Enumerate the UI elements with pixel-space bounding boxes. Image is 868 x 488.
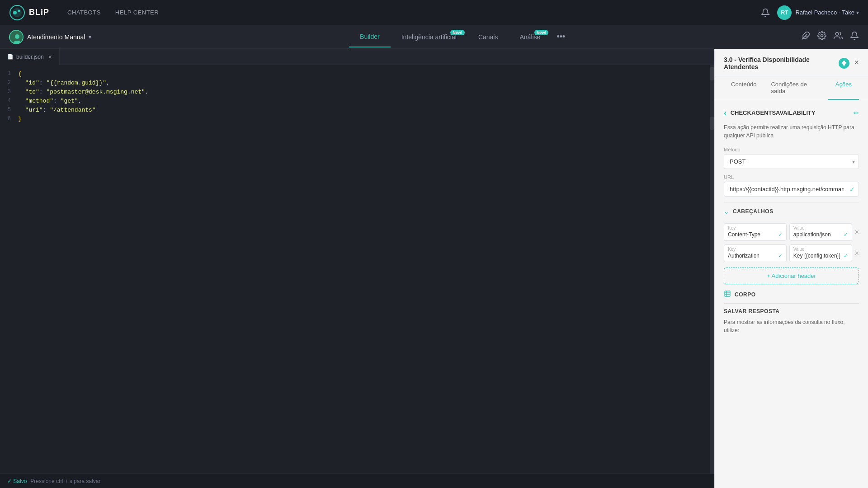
- edit-action-btn[interactable]: ✏: [854, 109, 859, 117]
- tab-analise[interactable]: Análise New!: [509, 27, 551, 47]
- content-area: 📄 builder.json × 1 { 2 "id": "{{random.g…: [0, 49, 868, 488]
- scroll-thumb: [710, 67, 714, 80]
- panel-close-btn[interactable]: ×: [854, 58, 859, 69]
- header-1-val-check: ✓: [844, 231, 848, 238]
- header-2-val-value: Key {{config.token}} ✓: [790, 252, 852, 262]
- settings-icon[interactable]: [817, 31, 826, 42]
- header-2-key-field[interactable]: Key Authorization ✓: [724, 244, 787, 262]
- headers-table: Key Content-Type ✓ Value application/jso…: [724, 223, 859, 262]
- panel-title-icons: ×: [839, 58, 859, 69]
- url-field-group: URL ✓: [724, 174, 859, 197]
- header-1-remove-btn[interactable]: ×: [855, 228, 859, 236]
- headers-chevron: ⌄: [724, 208, 729, 215]
- right-panel-header: 3.0 - Verifica Disponibilidade Atendente…: [715, 49, 868, 76]
- code-line-1: 1 {: [0, 70, 714, 80]
- action-name: CHECKAGENTSAVAILABILITY: [731, 109, 850, 116]
- tab-filename: builder.json: [16, 54, 44, 60]
- saved-indicator: ✓ Salvo: [7, 478, 27, 484]
- header-row-1: Key Content-Type ✓ Value application/jso…: [724, 223, 859, 241]
- body-icon: [724, 290, 731, 299]
- body-section: CORPO: [724, 284, 859, 303]
- action-header: ‹ CHECKAGENTSAVAILABILITY ✏: [724, 108, 859, 118]
- header-2-key-check: ✓: [778, 253, 783, 259]
- ai-new-badge: New!: [450, 30, 465, 35]
- users-icon[interactable]: [834, 31, 843, 42]
- header-2-val-label: Value: [790, 245, 852, 252]
- scroll-track[interactable]: [710, 65, 714, 474]
- logo-area[interactable]: BLiP: [9, 5, 49, 21]
- tab-conteudo[interactable]: Conteúdo: [724, 76, 764, 100]
- back-arrow-btn[interactable]: ‹: [724, 108, 727, 118]
- scroll-thumb-2: [710, 117, 714, 130]
- header-1-val-value: application/json ✓: [790, 230, 852, 240]
- chatbot-chevron: ▾: [89, 34, 91, 40]
- notification-icon[interactable]: [850, 31, 859, 42]
- file-icon: 📄: [7, 54, 14, 60]
- chatbot-selector[interactable]: Atendimento Manual ▾: [9, 30, 91, 44]
- header-1-key-check: ✓: [778, 231, 783, 238]
- url-input-wrap[interactable]: ✓: [724, 182, 859, 197]
- save-response-desc: Para mostrar as informações da consulta …: [724, 318, 859, 334]
- main-tabs: Builder Inteligência artificial New! Can…: [118, 26, 801, 48]
- header-2-key-value: Authorization ✓: [724, 252, 786, 262]
- headers-section-title: CABEÇALHOS: [733, 208, 774, 215]
- notifications-bell[interactable]: [761, 8, 770, 17]
- action-description: Essa ação permite realizar uma requisiçã…: [724, 123, 859, 140]
- analise-new-badge: New!: [534, 30, 549, 35]
- header-2-val-check: ✓: [844, 253, 848, 259]
- editor-tab-builder-json[interactable]: 📄 builder.json ×: [0, 49, 60, 65]
- header-2-remove-btn[interactable]: ×: [855, 249, 859, 258]
- code-line-2: 2 "id": "{{random.guid}}",: [0, 80, 714, 89]
- code-line-6: 6 }: [0, 116, 714, 125]
- svg-rect-11: [725, 291, 730, 296]
- header-1-key-value: Content-Type ✓: [724, 230, 786, 240]
- tab-condicoes[interactable]: Condições de saída: [764, 76, 828, 100]
- panel-title: 3.0 - Verifica Disponibilidade Atendente…: [724, 56, 839, 70]
- panel-pin-btn[interactable]: [839, 58, 849, 69]
- user-chevron: ▾: [856, 9, 859, 16]
- header-row-2: Key Authorization ✓ Value Key {{config.t…: [724, 244, 859, 262]
- tab-builder[interactable]: Builder: [349, 27, 391, 47]
- header-1-key-label: Key: [724, 224, 786, 230]
- right-panel: 3.0 - Verifica Disponibilidade Atendente…: [714, 49, 868, 488]
- code-line-4: 4 "method": "get",: [0, 98, 714, 107]
- chatbots-link[interactable]: CHATBOTS: [67, 9, 101, 16]
- header-1-val-label: Value: [790, 224, 852, 230]
- url-check-icon: ✓: [849, 186, 855, 193]
- headers-section-header[interactable]: ⌄ CABEÇALHOS: [724, 202, 859, 220]
- puzzle-icon[interactable]: [801, 31, 810, 42]
- tab-ai[interactable]: Inteligência artificial New!: [391, 27, 467, 47]
- nav-icons: [801, 31, 859, 42]
- user-area[interactable]: RT Rafael Pacheco - Take ▾: [777, 5, 859, 20]
- url-input[interactable]: [724, 182, 849, 196]
- add-header-btn[interactable]: + Adicionar header: [724, 267, 859, 284]
- body-section-title: CORPO: [735, 291, 756, 298]
- svg-point-2: [13, 11, 17, 14]
- code-line-3: 3 "to": "postmaster@desk.msging.net",: [0, 89, 714, 98]
- editor-tabs: 📄 builder.json ×: [0, 49, 714, 65]
- user-avatar: RT: [777, 5, 792, 20]
- second-navigation: Atendimento Manual ▾ Builder Inteligênci…: [0, 25, 868, 49]
- save-response-title: SALVAR RESPOSTA: [724, 308, 859, 314]
- svg-point-9: [821, 35, 823, 37]
- more-options[interactable]: •••: [551, 26, 571, 48]
- method-chevron: ▾: [852, 159, 855, 165]
- method-input-wrap[interactable]: POST GET PUT DELETE ▾: [724, 154, 859, 169]
- header-1-key-field[interactable]: Key Content-Type ✓: [724, 223, 787, 241]
- tab-canais[interactable]: Canais: [467, 27, 509, 47]
- method-label: Método: [724, 147, 859, 152]
- tab-acoes[interactable]: Ações: [828, 76, 859, 100]
- save-response-section: SALVAR RESPOSTA Para mostrar as informaç…: [724, 303, 859, 339]
- logo-text: BLiP: [29, 8, 49, 17]
- svg-point-5: [15, 34, 19, 39]
- header-2-val-field[interactable]: Value Key {{config.token}} ✓: [789, 244, 852, 262]
- header-1-val-field[interactable]: Value application/json ✓: [789, 223, 852, 241]
- body-section-header[interactable]: CORPO: [724, 284, 859, 303]
- code-editor[interactable]: 1 { 2 "id": "{{random.guid}}", 3 "to": "…: [0, 65, 714, 474]
- url-label: URL: [724, 174, 859, 180]
- help-center-link[interactable]: HELP CENTER: [115, 9, 159, 16]
- method-field-group: Método POST GET PUT DELETE ▾: [724, 147, 859, 169]
- method-select[interactable]: POST GET PUT DELETE: [724, 155, 852, 169]
- panel-tabs: Conteúdo Condições de saída Ações: [715, 76, 868, 100]
- close-tab-btn[interactable]: ×: [48, 53, 52, 61]
